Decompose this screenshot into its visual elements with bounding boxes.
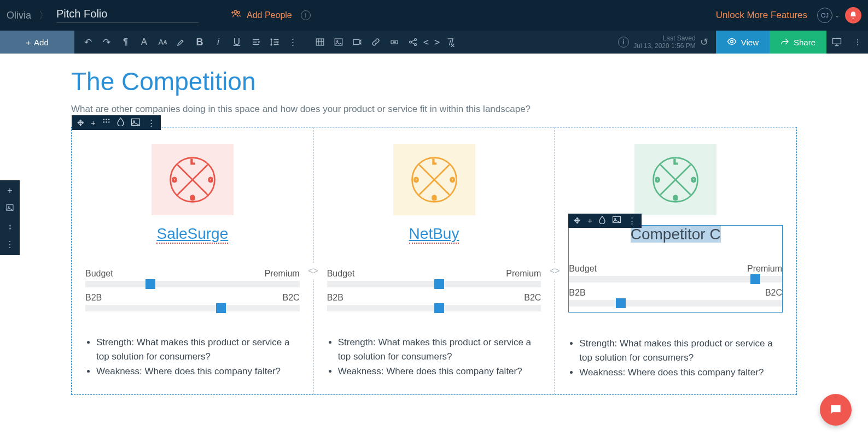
underline-icon[interactable]: U: [228, 31, 246, 54]
market-slider[interactable]: B2BB2C: [327, 293, 541, 311]
competitor-column[interactable]: L O O G NetBuy BudgetPremium B2BB2C Stre…: [313, 127, 555, 394]
competitor-notes[interactable]: Strength: What makes this product or ser…: [327, 335, 541, 379]
market-slider[interactable]: B2BB2C: [85, 293, 300, 311]
code-icon[interactable]: < >: [422, 31, 441, 54]
slider-right-label: Premium: [506, 269, 541, 279]
eye-icon: [727, 37, 737, 48]
sidebar-image-icon[interactable]: [5, 203, 15, 214]
align-icon[interactable]: ▾: [246, 31, 265, 54]
toolbar-more-icon[interactable]: ⋮: [847, 31, 868, 54]
svg-point-0: [234, 10, 237, 13]
avatar-menu-chevron-icon[interactable]: ⌄: [835, 12, 840, 19]
sidebar-resize-icon[interactable]: ↕: [8, 222, 12, 232]
move-icon[interactable]: ✥: [77, 118, 84, 128]
weakness-bullet[interactable]: Weakness: Where does this company falter…: [579, 366, 783, 380]
button-icon[interactable]: [385, 31, 404, 54]
price-slider[interactable]: BudgetPremium: [85, 269, 300, 287]
svg-line-22: [411, 40, 415, 42]
unlock-features-link[interactable]: Unlock More Features: [716, 10, 807, 21]
sidebar-plus-icon[interactable]: +: [7, 186, 12, 196]
table-icon[interactable]: [311, 31, 329, 54]
competitor-name[interactable]: NetBuy: [409, 225, 459, 244]
avatar[interactable]: OJ: [817, 8, 832, 23]
slider-left-label: B2B: [327, 293, 343, 303]
cell-more-icon[interactable]: ⋮: [628, 216, 636, 226]
font-size-icon[interactable]: AA▾: [153, 31, 172, 54]
breadcrumb-owner[interactable]: Olivia: [7, 10, 31, 21]
history-icon[interactable]: ↺: [700, 36, 708, 48]
plus-icon[interactable]: +: [91, 118, 96, 127]
competitor-notes[interactable]: Strength: What makes this product or ser…: [85, 335, 300, 379]
svg-point-15: [337, 40, 338, 42]
svg-point-37: [108, 121, 109, 122]
slider-left-label: B2B: [569, 288, 585, 298]
add-block-button[interactable]: + Add: [0, 31, 74, 54]
line-spacing-icon[interactable]: ▾: [265, 31, 283, 54]
highlight-icon[interactable]: [172, 31, 190, 54]
competitor-name[interactable]: SaleSurge: [156, 225, 228, 244]
clear-format-icon[interactable]: [441, 31, 459, 54]
link-icon[interactable]: [366, 31, 385, 54]
chat-fab[interactable]: [820, 394, 852, 395]
more-format-icon[interactable]: ⋮: [283, 31, 302, 54]
redo-icon[interactable]: ↷: [97, 31, 116, 54]
svg-point-39: [133, 120, 135, 121]
svg-text:O: O: [655, 177, 660, 183]
grid-icon[interactable]: [102, 118, 110, 128]
page-subtitle[interactable]: What are other companies doing in this s…: [71, 104, 797, 115]
plus-icon[interactable]: +: [587, 216, 592, 226]
image-icon[interactable]: [329, 31, 348, 54]
price-slider[interactable]: BudgetPremium: [327, 269, 541, 287]
present-icon[interactable]: [826, 31, 847, 54]
slider-left-label: Budget: [85, 269, 113, 279]
svg-rect-18: [393, 42, 396, 43]
competitor-logo: L O O G: [634, 144, 716, 215]
bg-image-icon[interactable]: [131, 118, 141, 128]
slider-left-label: Budget: [327, 269, 355, 279]
sidebar-more-icon[interactable]: ⋮: [5, 239, 14, 250]
italic-icon[interactable]: i: [209, 31, 228, 54]
view-button[interactable]: View: [716, 31, 770, 54]
video-icon[interactable]: [348, 31, 366, 54]
bg-image-icon[interactable]: [612, 216, 621, 226]
bold-icon[interactable]: B: [190, 31, 209, 54]
doc-info-icon[interactable]: i: [618, 37, 629, 48]
doc-title-input[interactable]: Pitch Folio: [56, 8, 199, 23]
svg-point-33: [106, 119, 107, 120]
info-icon[interactable]: i: [301, 10, 311, 20]
paragraph-style-icon[interactable]: ¶▾: [116, 31, 135, 54]
strength-bullet[interactable]: Strength: What makes this product or ser…: [338, 335, 541, 363]
svg-point-31: [8, 207, 9, 208]
share-label: Share: [794, 38, 815, 47]
add-people-button[interactable]: Add People i: [231, 10, 311, 21]
move-icon[interactable]: ✥: [574, 216, 581, 226]
slider-left-label: B2B: [85, 293, 102, 303]
competitor-notes[interactable]: Strength: What makes this product or ser…: [568, 337, 783, 380]
svg-text:G: G: [190, 195, 195, 201]
competitor-name[interactable]: Competitor C: [631, 226, 721, 243]
drop-icon[interactable]: [599, 216, 605, 226]
undo-icon[interactable]: ↶: [79, 31, 97, 54]
share-node-icon[interactable]: [404, 31, 422, 54]
weakness-bullet[interactable]: Weakness: Where does this company falter…: [96, 364, 300, 379]
competitor-column[interactable]: L O O G ✥ + ⋮ Competitor C BudgetPremium…: [555, 127, 796, 394]
strength-bullet[interactable]: Strength: What makes this product or ser…: [96, 335, 300, 363]
columns-block[interactable]: ✥ + ⋮ L O O G SaleSurge BudgetPremium B2…: [71, 127, 797, 395]
column-resize-handle[interactable]: <>: [308, 263, 319, 279]
font-color-icon[interactable]: A▾: [135, 31, 153, 54]
share-button[interactable]: Share: [770, 31, 826, 54]
block-more-icon[interactable]: ⋮: [147, 118, 155, 128]
competitor-column[interactable]: L O O G SaleSurge BudgetPremium B2BB2C S…: [72, 127, 313, 394]
svg-text:L: L: [432, 159, 435, 165]
column-resize-handle[interactable]: <>: [549, 263, 560, 279]
svg-point-1: [237, 11, 240, 14]
svg-rect-27: [833, 38, 841, 44]
page-title[interactable]: The Competition: [71, 67, 797, 96]
format-toolbar: + Add ↶ ↷ ¶▾ A▾ AA▾ B i U ▾ ▾ ⋮ < > i La…: [0, 31, 868, 54]
notifications-button[interactable]: [845, 7, 861, 23]
strength-bullet[interactable]: Strength: What makes this product or ser…: [579, 337, 783, 364]
drop-icon[interactable]: [117, 117, 124, 128]
weakness-bullet[interactable]: Weakness: Where does this company falter…: [338, 364, 541, 379]
market-slider[interactable]: B2BB2C: [569, 288, 782, 307]
price-slider[interactable]: BudgetPremium: [569, 264, 782, 282]
